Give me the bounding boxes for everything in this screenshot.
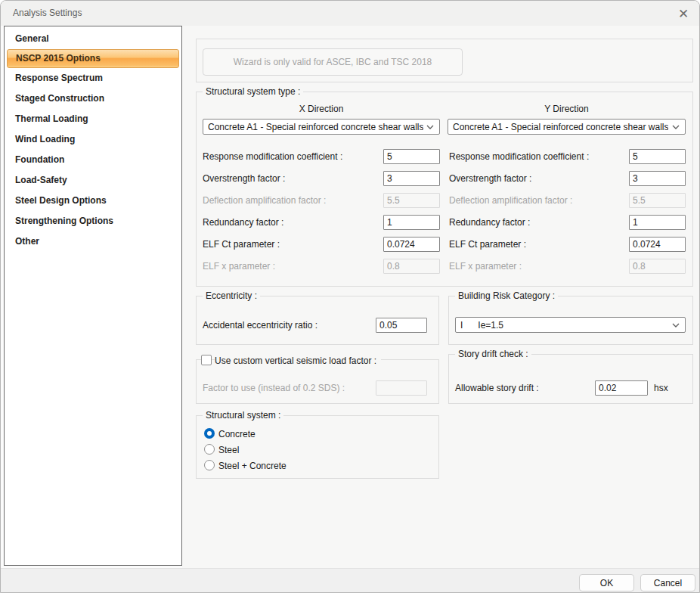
close-button[interactable]: ✕ (674, 4, 693, 23)
building-risk-category-combobox[interactable]: I Ie=1.5 (455, 317, 686, 333)
group-title: Eccentricity : (203, 290, 260, 301)
y-deflection-amplification-label: Deflection amplification factor : (449, 195, 572, 206)
x-redundancy-label: Redundancy factor : (203, 217, 283, 228)
custom-vertical-seismic-group: Use custom vertical seismic load factor … (196, 359, 439, 404)
wizard-group: Wizard is only valid for ASCE, IBC and T… (196, 39, 693, 82)
story-drift-unit-label: hsx (654, 383, 668, 393)
radio-steel-concrete[interactable] (204, 460, 215, 470)
wizard-button: Wizard is only valid for ASCE, IBC and T… (203, 48, 463, 76)
chevron-down-icon (672, 323, 680, 328)
x-deflection-amplification-label: Deflection amplification factor : (203, 195, 326, 206)
y-elf-ct-input[interactable] (629, 237, 686, 252)
y-redundancy-input[interactable] (629, 215, 686, 230)
y-elf-x-input (629, 259, 686, 274)
window-title: Analysis Settings (13, 8, 82, 18)
footer-bar: OK Cancel (1, 568, 699, 593)
eccentricity-group: Eccentricity : Accidental eccentricity r… (196, 296, 439, 345)
y-direction-combobox[interactable]: Concrete A1 - Special reinforced concret… (448, 119, 686, 135)
title-bar: Analysis Settings ✕ (1, 1, 699, 26)
sidebar: General NSCP 2015 Options Response Spect… (4, 26, 182, 566)
structural-system-type-group: Structural system type : X Direction Con… (196, 92, 693, 287)
y-deflection-amplification-input (629, 193, 686, 208)
factor-to-use-label: Factor to use (instead of 0.2 SDS) : (203, 383, 345, 393)
chevron-down-icon (426, 125, 434, 129)
allowable-story-drift-label: Allowable story drift : (455, 383, 539, 393)
x-redundancy-input[interactable] (383, 215, 440, 230)
accidental-eccentricity-label: Accidental eccentricity ratio : (203, 320, 317, 331)
sidebar-item-general[interactable]: General (5, 29, 181, 49)
y-direction-header: Y Direction (448, 104, 686, 114)
combobox-value: Concrete A1 - Special reinforced concret… (453, 122, 668, 132)
radio-steel-concrete-label[interactable]: Steel + Concrete (218, 461, 287, 471)
factor-to-use-input (376, 380, 427, 396)
custom-vertical-seismic-checkbox[interactable] (201, 355, 212, 365)
y-overstrength-input[interactable] (629, 171, 686, 186)
combobox-value: I Ie=1.5 (460, 320, 503, 331)
sidebar-item-staged-construction[interactable]: Staged Construction (5, 88, 181, 109)
building-risk-category-group: Building Risk Category : I Ie=1.5 (448, 296, 693, 345)
x-elf-ct-input[interactable] (383, 237, 440, 252)
cancel-button[interactable]: Cancel (640, 574, 695, 591)
x-overstrength-input[interactable] (383, 171, 440, 186)
custom-vertical-seismic-checkbox-label[interactable]: Use custom vertical seismic load factor … (215, 355, 381, 366)
sidebar-item-strengthening-options[interactable]: Strengthening Options (5, 211, 181, 231)
radio-concrete[interactable] (204, 428, 215, 439)
chevron-down-icon (672, 125, 680, 129)
group-title: Structural system : (203, 410, 283, 421)
story-drift-check-group: Story drift check : Allowable story drif… (448, 354, 693, 404)
sidebar-item-response-spectrum[interactable]: Response Spectrum (5, 68, 181, 88)
sidebar-item-thermal-loading[interactable]: Thermal Loading (5, 109, 181, 129)
structural-system-group: Structural system : Concrete Steel Steel… (196, 415, 439, 479)
x-elf-x-input (383, 259, 440, 274)
radio-concrete-label[interactable]: Concrete (218, 429, 256, 439)
x-elf-x-label: ELF x parameter : (203, 261, 275, 272)
radio-steel-label[interactable]: Steel (218, 445, 239, 455)
x-deflection-amplification-input (383, 193, 440, 208)
sidebar-item-nscp-2015-options[interactable]: NSCP 2015 Options (7, 49, 179, 68)
x-overstrength-label: Overstrength factor : (203, 173, 285, 184)
sidebar-item-steel-design-options[interactable]: Steel Design Options (5, 191, 181, 211)
group-title: Building Risk Category : (455, 290, 558, 301)
radio-steel[interactable] (204, 444, 215, 455)
y-response-modification-label: Response modification coefficient : (449, 151, 589, 162)
x-direction-header: X Direction (203, 104, 440, 114)
y-elf-x-label: ELF x parameter : (449, 261, 522, 272)
sidebar-item-foundation[interactable]: Foundation (5, 150, 181, 170)
group-title: Story drift check : (455, 349, 531, 359)
sidebar-item-wind-loading[interactable]: Wind Loading (5, 129, 181, 150)
y-overstrength-label: Overstrength factor : (449, 173, 531, 184)
y-response-modification-input[interactable] (629, 149, 686, 164)
combobox-value: Concrete A1 - Special reinforced concret… (208, 122, 423, 132)
ok-button[interactable]: OK (579, 574, 634, 591)
x-response-modification-input[interactable] (383, 149, 440, 164)
accidental-eccentricity-input[interactable] (376, 318, 427, 333)
analysis-settings-dialog: Analysis Settings ✕ General NSCP 2015 Op… (0, 0, 700, 593)
sidebar-item-load-safety[interactable]: Load-Safety (5, 170, 181, 191)
close-icon: ✕ (678, 6, 689, 22)
x-direction-combobox[interactable]: Concrete A1 - Special reinforced concret… (203, 119, 440, 135)
sidebar-item-other[interactable]: Other (5, 231, 181, 252)
allowable-story-drift-input[interactable] (595, 380, 648, 396)
y-redundancy-label: Redundancy factor : (449, 217, 530, 228)
x-elf-ct-label: ELF Ct parameter : (203, 239, 280, 250)
x-response-modification-label: Response modification coefficient : (203, 151, 342, 162)
y-elf-ct-label: ELF Ct parameter : (449, 239, 526, 250)
group-title: Structural system type : (203, 86, 303, 97)
